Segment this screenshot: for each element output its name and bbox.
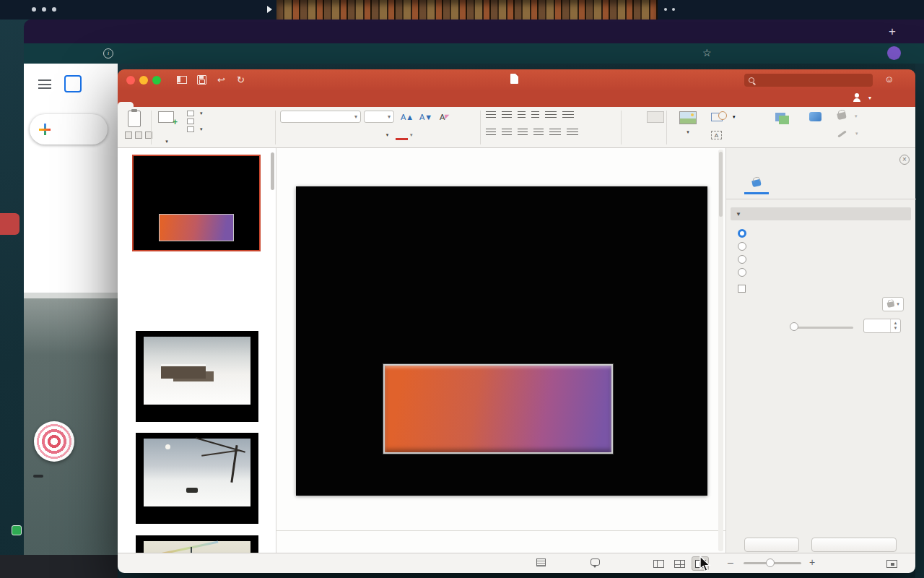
align-left-button[interactable] bbox=[486, 129, 496, 137]
reset-button[interactable] bbox=[187, 118, 229, 124]
columns-button[interactable] bbox=[549, 129, 561, 137]
radio-selected-icon[interactable] bbox=[738, 229, 746, 238]
copy-icon[interactable] bbox=[135, 131, 142, 139]
justify-button[interactable] bbox=[533, 129, 544, 137]
search-input[interactable] bbox=[758, 76, 868, 85]
transparency-value-box[interactable]: ▲▼ bbox=[863, 319, 901, 333]
clear-formatting-button[interactable]: A◤ bbox=[438, 111, 451, 123]
hide-background-graphics-option[interactable] bbox=[738, 282, 751, 294]
underline-button[interactable] bbox=[309, 129, 321, 141]
strikethrough-button[interactable] bbox=[323, 129, 336, 141]
convert-smartart-button[interactable] bbox=[634, 111, 677, 134]
text-direction-button[interactable] bbox=[562, 111, 574, 119]
solid-fill-option[interactable] bbox=[738, 228, 752, 239]
color-dropdown[interactable]: ▾ bbox=[882, 297, 904, 311]
checkbox-icon[interactable] bbox=[738, 285, 746, 293]
paste-button[interactable] bbox=[128, 111, 141, 127]
slide-thumbnail-4[interactable] bbox=[136, 535, 258, 553]
feedback-smiley-icon[interactable]: ☺ bbox=[884, 74, 894, 85]
numbering-button[interactable] bbox=[502, 111, 512, 119]
section-button[interactable]: ▾ bbox=[187, 126, 229, 132]
notes-divider[interactable] bbox=[276, 530, 725, 531]
fill-tab[interactable] bbox=[744, 174, 769, 194]
align-right-button[interactable] bbox=[518, 129, 528, 137]
slide-title-text[interactable] bbox=[296, 233, 707, 309]
site-info-icon[interactable]: i bbox=[103, 48, 113, 59]
arrange-button[interactable] bbox=[764, 111, 797, 127]
desktop-item-partial[interactable] bbox=[12, 525, 116, 535]
tab-home[interactable] bbox=[118, 102, 134, 107]
fill-section-header[interactable]: ▼ bbox=[731, 207, 911, 220]
character-spacing-button[interactable] bbox=[367, 129, 379, 141]
shrink-font-button[interactable]: A▼ bbox=[418, 111, 434, 123]
zoom-slider-thumb[interactable] bbox=[766, 558, 775, 567]
profile-avatar[interactable] bbox=[887, 46, 901, 60]
grow-font-button[interactable]: A▲ bbox=[399, 111, 415, 123]
stepper-icons[interactable]: ▲▼ bbox=[890, 319, 900, 332]
line-spacing-button[interactable] bbox=[545, 111, 557, 119]
gradient-fill-option[interactable] bbox=[738, 241, 752, 252]
google-calendar-pane bbox=[24, 64, 118, 298]
main-menu-icon[interactable] bbox=[38, 79, 51, 89]
subscript-button[interactable] bbox=[352, 129, 365, 141]
background-window-dot bbox=[52, 7, 56, 12]
normal-view-button[interactable] bbox=[650, 556, 667, 571]
new-slide-button[interactable] bbox=[158, 111, 174, 123]
picture-fill-option[interactable] bbox=[738, 254, 752, 265]
download-bar[interactable] bbox=[0, 555, 118, 578]
radio-icon[interactable] bbox=[738, 242, 746, 251]
fit-slide-button[interactable] bbox=[883, 556, 900, 571]
zoom-out-button[interactable]: – bbox=[728, 556, 733, 568]
italic-button[interactable] bbox=[295, 129, 307, 141]
align-text-button[interactable] bbox=[567, 129, 578, 137]
thumbnail-scrollbar[interactable] bbox=[271, 152, 274, 190]
shape-outline-button[interactable]: ▾ bbox=[837, 131, 858, 137]
bullets-button[interactable] bbox=[486, 111, 496, 119]
radio-icon[interactable] bbox=[738, 268, 746, 277]
font-size-combo[interactable]: ▾ bbox=[364, 111, 394, 123]
text-box-button[interactable]: A bbox=[711, 131, 724, 139]
close-panel-icon[interactable]: × bbox=[899, 155, 910, 165]
slide-banner-shape[interactable] bbox=[383, 364, 613, 454]
slide-thumbnail-3[interactable] bbox=[136, 433, 258, 524]
canvas-scrollbar[interactable] bbox=[718, 150, 723, 551]
new-tab-button[interactable]: + bbox=[884, 24, 900, 40]
clipboard-mini-icons[interactable] bbox=[125, 131, 152, 139]
slide-thumbnail-1[interactable] bbox=[132, 155, 261, 251]
font-color-arrow-icon[interactable]: ▾ bbox=[410, 132, 413, 138]
apply-to-all-button[interactable] bbox=[744, 538, 799, 552]
shapes-button[interactable]: ▾ bbox=[711, 113, 736, 121]
current-slide[interactable] bbox=[296, 186, 707, 496]
shape-fill-button[interactable]: ▾ bbox=[837, 113, 858, 119]
transparency-slider[interactable] bbox=[791, 327, 853, 329]
zoom-in-button[interactable]: + bbox=[809, 556, 815, 568]
loom-app-icon[interactable] bbox=[34, 421, 74, 462]
layout-button[interactable]: ▾ bbox=[187, 111, 229, 116]
ppt-title-bar[interactable]: ↩ ↻ ☺ bbox=[118, 69, 915, 91]
font-name-combo[interactable]: ▾ bbox=[280, 111, 361, 123]
decrease-indent-button[interactable] bbox=[518, 111, 526, 119]
search-box[interactable] bbox=[744, 74, 873, 87]
cut-icon[interactable] bbox=[125, 131, 132, 139]
notes-toggle[interactable] bbox=[536, 558, 549, 566]
pattern-fill-option[interactable] bbox=[738, 267, 752, 278]
picture-button[interactable]: ▾ bbox=[671, 111, 705, 135]
font-color-button[interactable] bbox=[396, 130, 408, 140]
slide-sorter-view-button[interactable] bbox=[671, 556, 688, 571]
comments-toggle[interactable] bbox=[590, 558, 603, 566]
share-button[interactable]: ▾ bbox=[853, 93, 871, 102]
slide-thumbnail-2[interactable] bbox=[136, 331, 258, 422]
reset-background-button[interactable] bbox=[811, 538, 897, 552]
increase-indent-button[interactable] bbox=[531, 111, 539, 119]
transparency-slider-thumb[interactable] bbox=[790, 322, 798, 331]
mouse-cursor bbox=[697, 556, 713, 573]
bold-button[interactable] bbox=[280, 129, 292, 141]
quick-styles-button[interactable] bbox=[800, 111, 830, 132]
align-center-button[interactable] bbox=[502, 129, 512, 137]
create-button[interactable] bbox=[30, 114, 108, 144]
slide-thumbnail-panel bbox=[118, 148, 276, 553]
radio-icon[interactable] bbox=[738, 255, 746, 264]
superscript-button[interactable] bbox=[338, 129, 350, 141]
bookmark-star-icon[interactable]: ☆ bbox=[702, 47, 712, 59]
change-case-button[interactable]: ▾ bbox=[381, 129, 393, 141]
